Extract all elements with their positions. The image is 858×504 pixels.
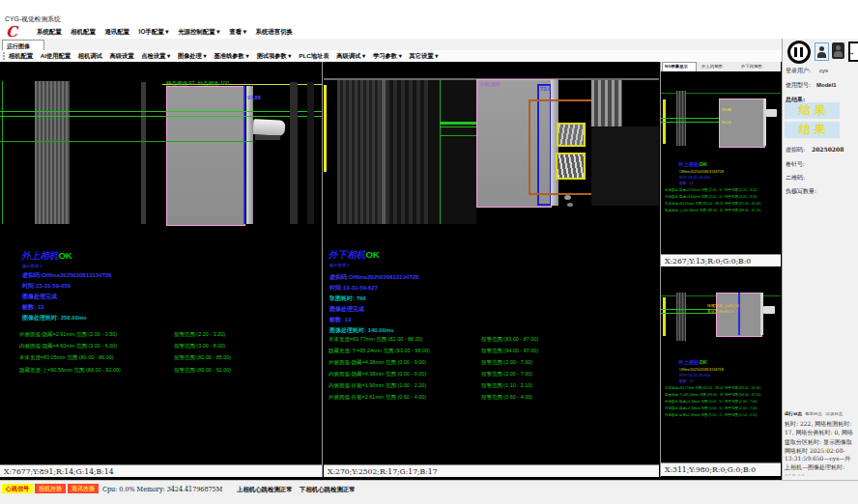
measure-row: 外侧圆弧-目视=2.61mm 范围:(0.60 - 4.00) [329,394,426,402]
menu-light-config[interactable]: 光源控制配置 ▾ [178,28,219,37]
panel-divider [322,62,323,477]
tool-learning-params[interactable]: 学习参数 ▾ [373,52,402,61]
barcode-line: 虚拟码:Offline2025020813134728 [329,273,418,281]
login-user-value: cys [819,67,828,73]
alarm-range: 报警范围:(81.00 - 85.00) [725,202,761,207]
frame-line: 帧数: 13 [679,378,693,383]
menu-language-switch[interactable]: 系统语言切换 [256,28,293,37]
machine-bar [337,80,382,224]
connector-part [766,109,777,117]
tool-other-settings[interactable]: 其它设置 ▾ [410,52,439,61]
ai-roi-label: AI检测框 [480,81,501,89]
machine-bar [428,80,476,224]
tab-upper-inner-view[interactable]: 外上内视图 [701,64,723,70]
ng-image-view[interactable]: 93.88 90.56 外上相机OK Offline20250208131347… [661,71,781,254]
tool-camera-debug[interactable]: 相机调试 [78,52,102,61]
measure-row: 隐藏宽度-下=95.24mm 范围:(93.00 - 98.00) [665,393,723,398]
alarm-range: 报警范围:(2.00 - 7.00) [725,406,758,411]
time-line: 时间:13-31-59-627 [329,284,378,292]
camera-result-title: 外上相机OK [21,249,72,263]
tool-advanced-settings[interactable]: 高级设置 [110,52,134,61]
connector-part [763,306,775,314]
alarm-range: 报警范围:(83.00 - 87.00) [725,386,761,391]
tool-image-process[interactable]: 图像处理 ▾ [178,52,207,61]
result-badge-upper: 结 果 [785,102,840,119]
connector-shadow [255,135,280,140]
log-tab-vision[interactable]: 视觉日志 [805,411,822,417]
ng-image-panel: NG图像显示 外上内视图 外下内视图 93.88 90.56 外上相机OK Of… [661,62,781,266]
alarm-range: 报警范围:(89.00 - 91.00) [725,209,761,213]
barcode-value: 20250208 [812,146,844,153]
upper-cam-heartbeat: 上相机心跳检测正常 [237,486,293,494]
green-ref-line [0,116,322,117]
tool-plc-table[interactable]: PLC地址表 [299,52,329,61]
measure-callout: 隐藏宽度-上=90.56 [707,303,739,308]
machine-bar [676,293,686,341]
alarm-range: 报警范围:(94.00 - 97.00) [725,393,761,398]
log-tab-run[interactable]: 运行日志 [785,411,802,417]
blue-edge-line [738,293,740,335]
green-ref-line [661,122,719,123]
user-login-button[interactable] [815,42,829,61]
alarm-range: 报警范围:(2.00 - 7.00) [481,371,532,378]
output-sub-label: 输出数据:1 [329,263,350,268]
menu-io-config[interactable]: IO手配置 ▾ [139,28,169,37]
ng-image-view-2[interactable]: 隐藏宽度-上=90.56 本体宽度=83.05 外上相机OK Offline20… [661,267,781,462]
measure-row: 内侧圆弧-目视=1.90mm 范围:(1.00 - 2.20) [665,413,723,418]
bolt-dot [567,203,573,207]
result-badge-lower: 结 果 [785,122,840,138]
barcode-line: Offline2025020813134728 [679,169,724,173]
user-icon [836,45,841,50]
alarm-range: 报警范围:(2.20 - 3.20) [174,331,225,339]
green-ref-line [0,141,253,142]
camera-view-lower[interactable]: AI检测框 73.88 外下相机OK 输出数据:1 虚拟码:Offline202… [324,62,659,477]
measure-row: 内侧圆弧-隐藏=4.38mm 范围:(0.00 - 9.00) [329,371,426,378]
tool-camera-config[interactable]: 相机配置 [9,52,33,61]
measure-row: 本体宽度=83.05mm 范围:(80.00 - 86.00) [19,354,114,362]
measure-row: 隐藏宽度-上=90.56mm 范围:(88.00 - 92.00) [19,367,121,375]
tool-spot-check[interactable]: 点检设置 ▾ [141,52,170,61]
exit-button[interactable]: → [848,42,858,62]
alarm-range: 报警范围:(3.00 - 8.00) [174,343,225,350]
done-line: 图像处理完成 [22,293,57,300]
model-label: 使用型号: [786,81,811,89]
bolt-dot [564,195,571,200]
tool-baseline-params[interactable]: 基准线参数 ▾ [214,52,249,61]
tool-advanced-debug[interactable]: 高级调试 ▾ [336,52,365,61]
log-text[interactable]: 耗时: 222, 网络检测耗时: 17, 网络分类耗时: 0, 网络提取分区耗时… [785,420,856,476]
machine-bright-bar [591,80,622,126]
bright-edge [246,86,253,224]
edge-measure-label: 93.88 [247,95,261,99]
tab-lower-inner-view[interactable]: 外下内视图 [741,64,762,70]
alarm-range: 报警范围:(3.00 - 8.00) [725,195,758,200]
yellow-marker [324,85,327,172]
roi-block [166,86,245,226]
menu-view[interactable]: 查看 ▾ [229,28,246,37]
camera-result-title: 外上相机OK [678,161,707,168]
pixel-status-bar: X:270;Y:2502;R:17;G:17;B:17 [324,464,659,477]
pause-button[interactable] [787,41,811,64]
measure-row: 隐藏宽度-上=90.56mm 范围:(88.00 - 92.00) [665,209,723,213]
measure-row: 隐藏宽度-下=95.24mm 范围:(93.00 - 98.00) [329,348,430,355]
side-panel: → 登录用户: cys 使用型号: Model1 总结果: 结 果 结 果 虚拟… [782,39,858,480]
log-tab-error[interactable]: 错误日志 [825,411,843,417]
alarm-range: 报警范围:(1.10 - 2.10) [481,382,532,390]
menu-comm-config[interactable]: 通讯配置 [104,28,129,37]
machine-bar [386,80,428,224]
ng-image-panel-2: 隐藏宽度-上=90.56 本体宽度=83.05 外上相机OK Offline20… [661,267,781,476]
tool-test-params[interactable]: 测试项参数 ▾ [256,52,291,61]
menu-camera-config[interactable]: 相机配置 [71,28,96,37]
barcode-line: Offline2025020813134728 [679,367,724,371]
exit-arrow-icon: → [846,47,855,57]
tool-ai-usage-config[interactable]: AI使用配置 [41,52,71,61]
application-window: CYG-视觉检测系统 C 系统配置 相机配置 通讯配置 IO手配置 ▾ 光源控制… [0,0,858,504]
menu-system-config[interactable]: 系统配置 [37,28,62,37]
camera-view-upper[interactable]: 静态阈值:93, 动态阈值:100 93.88 外上相机OK 输出数据:1 虚拟… [0,62,322,477]
yellow-marker [663,297,666,336]
time-line: 时间:13-31-59-650 [679,373,710,378]
camera-connect-badge: 相机连接 [35,484,66,493]
user-logout-button[interactable] [832,42,844,59]
machine-bar [307,82,314,224]
alarm-range: 报警范围:(2.00 - 7.00) [481,359,532,367]
orange-roi-rect [529,99,596,195]
